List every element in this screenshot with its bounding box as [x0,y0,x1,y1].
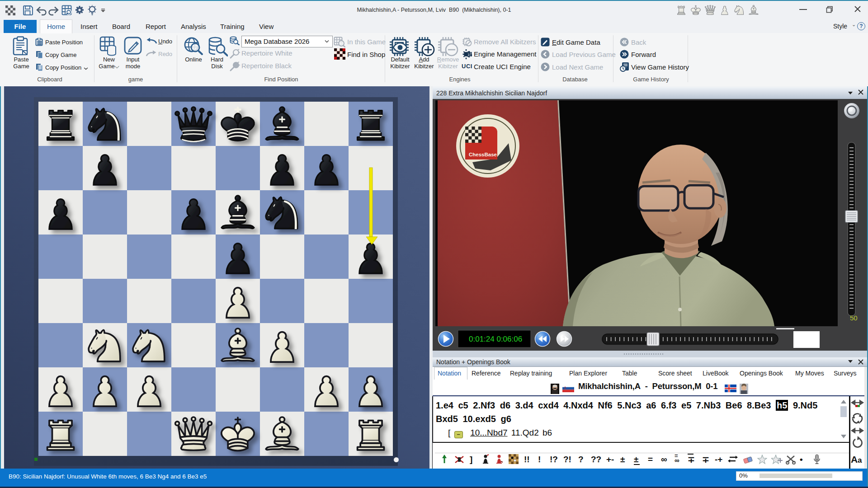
svg-text:A: A [851,454,858,465]
svg-text:ChessBase: ChessBase [469,152,497,157]
svg-text:0:01:24 0:06:06: 0:01:24 0:06:06 [469,335,522,343]
svg-text:50: 50 [850,314,858,322]
svg-text:a: a [858,456,862,465]
